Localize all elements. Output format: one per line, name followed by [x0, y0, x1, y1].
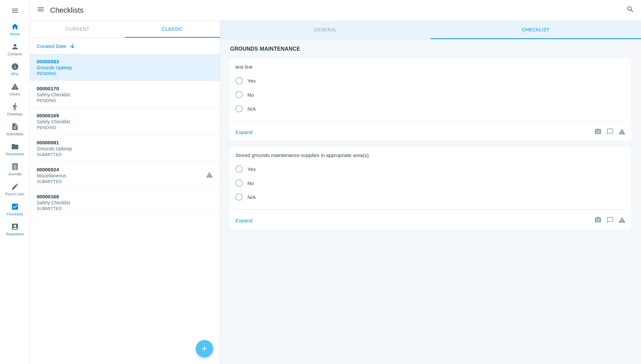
checklist-status: PENDING [37, 71, 213, 76]
sidebar-item-drawings[interactable]: Drawings [0, 99, 30, 119]
list-item[interactable]: 00000168 Safety Checklist SUBMITTED [30, 189, 220, 216]
sidebar-label-journals: Journals [8, 172, 22, 176]
list-item[interactable]: 00000081 Grounds Upkeep SUBMITTED [30, 135, 220, 162]
radio-label: N/A [247, 194, 256, 200]
flag-icon[interactable] [618, 216, 626, 225]
list-item[interactable]: 00000169 Safety Checklist PENDING [30, 108, 220, 135]
sort-label: Created Date [37, 43, 66, 49]
checklist-name: Grounds Upkeep [37, 146, 213, 151]
sidebar-item-documents[interactable]: Documents [0, 139, 30, 159]
camera-icon[interactable] [594, 128, 602, 136]
sidebar: Home Contacts RFIs Issues Drawings Submi… [0, 0, 30, 364]
radio-group: Yes No N/A [235, 74, 626, 118]
checklist-id: 00000024 [37, 167, 213, 172]
sidebar-item-checklists[interactable]: Checklists [0, 199, 30, 219]
sidebar-label-checklists: Checklists [6, 212, 23, 216]
sidebar-label-submittals: Submittals [6, 132, 23, 136]
checklist-id: 00000083 [37, 59, 213, 64]
sidebar-item-contacts[interactable]: Contacts [0, 39, 30, 59]
checklist-name: Safety Checklist [37, 200, 213, 205]
warning-icon [206, 171, 213, 180]
punchlists-icon [11, 183, 19, 191]
tab-general[interactable]: GENERAL [220, 21, 431, 39]
sidebar-label-issues: Issues [10, 92, 20, 96]
checklist-block: Stored grounds maintenance supplies in a… [230, 147, 631, 229]
comment-icon[interactable] [606, 128, 614, 136]
radio-circle [235, 179, 243, 187]
top-header: Checklists [30, 0, 641, 21]
sidebar-label-contacts: Contacts [8, 52, 22, 56]
radio-option-yes[interactable]: Yes [235, 74, 626, 88]
radio-option-no[interactable]: No [235, 176, 626, 190]
left-panel: CURRENT CLASSIC Created Date 00000083 Gr… [30, 21, 220, 364]
radio-option-na[interactable]: N/A [235, 190, 626, 204]
sidebar-item-journals[interactable]: Journals [0, 159, 30, 179]
divider [235, 209, 626, 210]
fab-icon: + [202, 343, 207, 354]
list-item[interactable]: 00000083 Grounds Upkeep PENDING [30, 54, 220, 81]
checklist-name: Grounds Upkeep [37, 65, 213, 70]
sidebar-item-requisition[interactable]: Requisition [0, 219, 30, 239]
sidebar-item-rfis[interactable]: RFIs [0, 59, 30, 79]
expand-row: Expand [235, 124, 626, 140]
requisition-icon [11, 223, 19, 231]
radio-circle [235, 77, 243, 84]
journals-icon [11, 163, 19, 171]
sidebar-label-punchlists: Punch Lists [5, 192, 24, 196]
menu-toggle[interactable] [37, 5, 45, 15]
sidebar-label-requisition: Requisition [6, 232, 24, 236]
camera-icon[interactable] [594, 216, 602, 225]
info-icon [11, 63, 19, 71]
checklist-id: 00000170 [37, 86, 213, 91]
sidebar-item-home[interactable]: Home [0, 19, 30, 39]
sort-row[interactable]: Created Date [30, 38, 220, 54]
list-item[interactable]: 00000024 Miscellaneous SUBMITTED [30, 162, 220, 189]
checklist-status: PENDING [37, 125, 213, 130]
page-title: Checklists [50, 6, 83, 15]
sidebar-item-issues[interactable]: Issues [0, 79, 30, 99]
flag-icon[interactable] [618, 128, 626, 136]
checklist-name: Miscellaneous [37, 173, 213, 178]
sidebar-item-submittals[interactable]: Submittals [0, 119, 30, 139]
expand-button[interactable]: Expand [235, 218, 252, 223]
submittals-icon [11, 123, 19, 131]
tab-classic[interactable]: CLASSIC [125, 21, 220, 38]
hamburger-menu[interactable] [0, 3, 30, 18]
menu-icon [37, 5, 45, 13]
radio-option-yes[interactable]: Yes [235, 162, 626, 176]
content-split: CURRENT CLASSIC Created Date 00000083 Gr… [30, 21, 641, 364]
section-title: GROUNDS MAINTENANCE [230, 46, 631, 52]
checklist-name: Safety Checklist [37, 119, 213, 124]
question-text: Stored grounds maintenance supplies in a… [235, 147, 626, 162]
radio-circle [235, 91, 243, 98]
expand-row: Expand [235, 212, 626, 229]
sidebar-label-drawings: Drawings [7, 112, 23, 116]
radio-option-na[interactable]: N/A [235, 102, 626, 116]
comment-icon[interactable] [606, 216, 614, 225]
sidebar-item-punchlists[interactable]: Punch Lists [0, 179, 30, 199]
checklist-id: 00000169 [37, 113, 213, 118]
expand-icons [594, 216, 626, 225]
tab-checklist[interactable]: CHECKLIST [431, 21, 641, 39]
radio-group: Yes No N/A [235, 162, 626, 207]
radio-circle [235, 165, 243, 173]
drawings-icon [11, 103, 19, 111]
checklist-id: 00000168 [37, 194, 213, 199]
checklist-name: Safety Checklist [37, 92, 213, 97]
question-text: test line [235, 59, 626, 74]
left-tabs: CURRENT CLASSIC [30, 21, 220, 38]
sidebar-label-rfis: RFIs [11, 72, 19, 76]
add-checklist-button[interactable]: + [196, 340, 213, 357]
warning-icon [11, 83, 19, 91]
expand-button[interactable]: Expand [235, 129, 252, 135]
tab-current[interactable]: CURRENT [30, 21, 125, 38]
search-button[interactable] [626, 5, 634, 15]
search-icon [626, 5, 634, 13]
contacts-icon [11, 43, 19, 51]
checklist-status: SUBMITTED [37, 179, 213, 184]
list-item[interactable]: 00000170 Safety Checklist PENDING [30, 81, 220, 108]
checklist-status: PENDING [37, 98, 213, 103]
radio-option-no[interactable]: No [235, 88, 626, 102]
radio-label: N/A [247, 106, 256, 112]
radio-label: Yes [247, 78, 255, 84]
